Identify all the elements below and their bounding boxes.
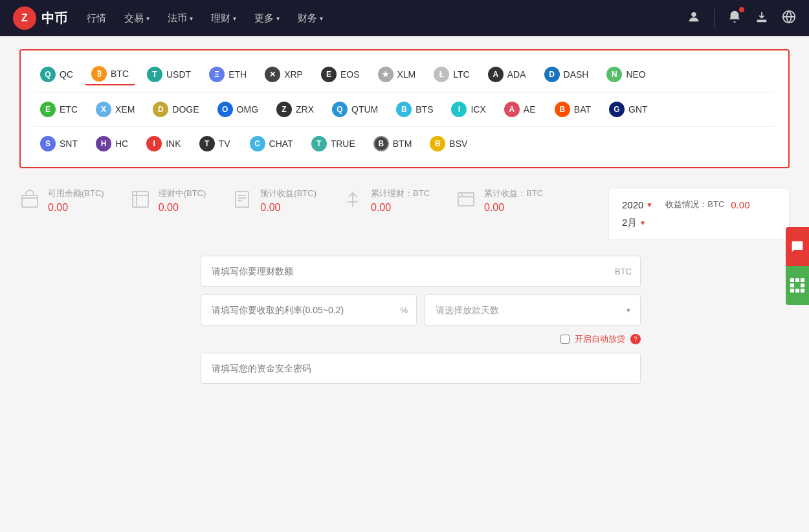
amount-input-wrapper: BTC — [201, 256, 641, 287]
nav-finance2[interactable]: 财务▾ — [298, 12, 323, 25]
coin-chat[interactable]: C CHAT — [243, 133, 300, 154]
notification-badge — [739, 7, 744, 12]
stat-finance-content: 理财中(BTC) 0.00 — [159, 188, 206, 214]
coin-icon-dash: D — [544, 67, 560, 82]
year-selector[interactable]: 2020 ▼ — [622, 199, 652, 210]
coin-qtum[interactable]: Q QTUM — [326, 99, 384, 120]
coin-tabs-container: Q QC ₿ BTC T USDT Ξ ETH ✕ XRP E EOS — [19, 49, 790, 168]
coin-gnt[interactable]: G GNT — [603, 99, 654, 120]
stat-expected-income: 预计收益(BTC) 0.00 — [232, 188, 316, 214]
coin-label-ink: INK — [166, 139, 181, 149]
coin-btc[interactable]: ₿ BTC — [85, 63, 135, 85]
coin-label-ae: AE — [524, 104, 536, 115]
auto-lend-checkbox[interactable] — [560, 335, 570, 344]
svg-rect-2 — [22, 195, 38, 207]
amount-input[interactable] — [201, 256, 641, 287]
nav-more[interactable]: 更多▾ — [254, 12, 280, 25]
stats-section: 可用余额(BTC) 0.00 理财中(BTC) 0.00 — [19, 188, 790, 240]
side-btn-qr[interactable] — [786, 266, 809, 305]
nav-finance2-arrow: ▾ — [320, 15, 323, 22]
year-value: 2020 — [622, 199, 643, 210]
coin-label-ltc: LTC — [453, 69, 469, 80]
download-icon[interactable] — [755, 10, 769, 27]
logo-text: 中币 — [41, 10, 67, 27]
total-finance-icon — [342, 189, 363, 214]
svg-rect-3 — [133, 192, 148, 207]
coin-btm[interactable]: B BTM — [367, 133, 419, 154]
rate-input[interactable] — [201, 294, 417, 326]
coin-xlm[interactable]: ★ XLM — [371, 64, 423, 85]
side-btn-chat[interactable] — [786, 227, 809, 266]
rate-input-wrapper: % — [201, 294, 417, 326]
coin-xrp[interactable]: ✕ XRP — [258, 64, 309, 85]
coin-icon-ltc: Ł — [434, 67, 449, 82]
coin-tv[interactable]: T TV — [193, 133, 238, 154]
coin-snt[interactable]: S SNT — [34, 133, 84, 154]
income-label: 收益情况：BTC — [665, 199, 724, 210]
coin-xem[interactable]: X XEM — [89, 99, 141, 120]
logo[interactable]: Z 中币 — [13, 6, 67, 30]
globe-icon[interactable] — [782, 10, 796, 27]
coin-ink[interactable]: I INK — [140, 133, 187, 154]
nav-links: 行情 交易▾ 法币▾ 理财▾ 更多▾ 财务▾ — [87, 12, 667, 25]
coin-icon-ink: I — [146, 136, 162, 151]
coin-label-etc: ETC — [60, 104, 78, 115]
coin-doge[interactable]: D DOGE — [146, 99, 205, 120]
coin-icon-icx: I — [451, 102, 467, 117]
coin-dash[interactable]: D DASH — [538, 64, 595, 85]
coin-row-2: E ETC X XEM D DOGE O OMG Z ZRX Q QTUM — [34, 93, 775, 127]
nav-right — [687, 8, 796, 28]
help-icon[interactable]: ? — [630, 334, 641, 344]
coin-label-omg: OMG — [237, 104, 258, 115]
coin-hc[interactable]: H HC — [89, 133, 135, 154]
svg-rect-12 — [458, 193, 474, 206]
stat-available-content: 可用余额(BTC) 0.00 — [48, 188, 104, 214]
nav-market[interactable]: 行情 — [87, 12, 106, 25]
coin-eos[interactable]: E EOS — [315, 64, 366, 85]
nav-trade-arrow: ▾ — [146, 15, 150, 22]
coin-icon-usdt: T — [147, 67, 162, 82]
coin-ada[interactable]: A ADA — [482, 64, 533, 85]
expected-icon — [232, 189, 252, 214]
month-selector[interactable]: 2月 ▼ — [622, 217, 776, 229]
auto-lend-label: 开启自动放贷 — [575, 333, 625, 345]
coin-label-icx: ICX — [471, 104, 485, 115]
days-select[interactable]: 请选择放款天数 7天 14天 30天 — [425, 294, 641, 326]
stat-expected-content: 预计收益(BTC) 0.00 — [260, 188, 316, 214]
coin-icon-qtum: Q — [332, 102, 348, 117]
coin-icx[interactable]: I ICX — [445, 99, 492, 120]
nav-finance[interactable]: 理财▾ — [211, 12, 236, 25]
nav-fiat[interactable]: 法币▾ — [168, 12, 193, 25]
password-input[interactable] — [201, 353, 641, 384]
coin-etc[interactable]: E ETC — [34, 99, 84, 120]
coin-bat[interactable]: B BAT — [548, 99, 597, 120]
coin-label-xem: XEM — [115, 104, 135, 115]
coin-ae[interactable]: A AE — [498, 99, 543, 120]
coin-true[interactable]: T TRUE — [305, 133, 362, 154]
coin-ltc[interactable]: Ł LTC — [427, 64, 476, 85]
bell-icon[interactable] — [727, 10, 742, 27]
coin-label-dash: DASH — [564, 69, 589, 80]
coin-zrx[interactable]: Z ZRX — [270, 99, 320, 120]
coin-bts[interactable]: B BTS — [390, 99, 439, 120]
user-icon[interactable] — [687, 10, 701, 27]
coin-label-eth: ETH — [228, 69, 247, 80]
coin-icon-xem: X — [96, 102, 111, 117]
chart-panel: 2020 ▼ 收益情况：BTC 0.00 2月 ▼ — [608, 188, 790, 240]
coin-icon-doge: D — [153, 102, 168, 117]
coin-neo[interactable]: N NEO — [600, 64, 652, 85]
stat-available-value: 0.00 — [48, 202, 104, 214]
income-value: 0.00 — [731, 199, 749, 210]
navbar: Z 中币 行情 交易▾ 法币▾ 理财▾ 更多▾ 财务▾ — [0, 0, 809, 36]
coin-icon-gnt: G — [609, 102, 625, 117]
coin-icon-chat: C — [250, 136, 265, 151]
coin-label-bat: BAT — [574, 104, 591, 115]
stat-total-finance: 累计理财：BTC 0.00 — [342, 188, 430, 214]
coin-qc[interactable]: Q QC — [34, 64, 80, 85]
coin-bsv[interactable]: B BSV — [423, 133, 474, 154]
coin-usdt[interactable]: T USDT — [140, 64, 197, 85]
coin-omg[interactable]: O OMG — [211, 99, 265, 120]
nav-trade[interactable]: 交易▾ — [124, 12, 150, 25]
logo-icon: Z — [13, 6, 36, 30]
coin-eth[interactable]: Ξ ETH — [203, 64, 253, 85]
